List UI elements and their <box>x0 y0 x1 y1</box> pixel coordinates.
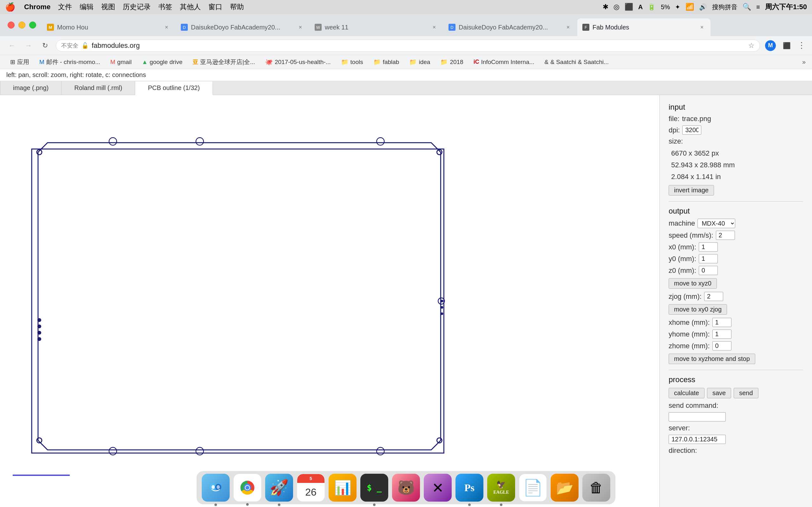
zhome-label: zhome (mm): <box>669 342 710 350</box>
fab-tab-roland[interactable]: Roland mill (.rml) <box>61 81 135 95</box>
bookmark-label-saatchi: & Saatchi & Saatchi... <box>550 59 609 66</box>
minimize-button[interactable] <box>18 21 26 29</box>
search-icon[interactable]: 🔍 <box>743 3 751 11</box>
bookmark-gmail[interactable]: M gmail <box>107 57 136 67</box>
dock-item-stacks[interactable]: 📂 <box>551 474 578 502</box>
save-button[interactable]: save <box>707 388 731 398</box>
battery-menu[interactable]: 🔋 <box>648 3 656 11</box>
x0-row: x0 (mm): <box>669 242 803 251</box>
tab-bar: M Momo Hou × D DaisukeDoyo FabAcademy20.… <box>0 14 812 36</box>
dock-item-calendar[interactable]: 5 26 <box>297 474 325 502</box>
back-button[interactable]: ← <box>6 40 18 51</box>
calculate-button[interactable]: calculate <box>669 388 705 398</box>
x0-input[interactable] <box>699 242 718 251</box>
forward-button[interactable]: → <box>23 40 34 51</box>
size-mm: 52.943 x 28.988 mm <box>671 160 803 170</box>
bookmark-amazon[interactable]: 亚 亚马逊全球开店|全... <box>189 57 259 67</box>
dock-item-finder[interactable] <box>202 474 230 502</box>
send-command-input[interactable] <box>669 412 726 421</box>
menubar-help[interactable]: 帮助 <box>230 2 244 12</box>
input-method[interactable]: 搜狗拼音 <box>712 3 738 11</box>
machine-select[interactable]: MDX-40 MDX-20 Othermill <box>698 219 735 228</box>
zhome-input[interactable] <box>712 341 731 350</box>
bluetooth-icon[interactable]: ✱ <box>603 3 608 11</box>
fab-tab-pcb[interactable]: PCB outline (1/32) <box>135 81 212 95</box>
send-button[interactable]: send <box>734 388 758 398</box>
address-input[interactable]: 不安全 🔓 fabmodules.org ☆ <box>56 40 760 52</box>
menubar-file[interactable]: 文件 <box>58 2 72 12</box>
xhome-input[interactable] <box>712 318 731 327</box>
reload-button[interactable]: ↻ <box>39 40 51 51</box>
tab-fab-modules[interactable]: F Fab Modules × <box>577 18 711 36</box>
dock-item-trash[interactable]: 🗑 <box>582 474 610 502</box>
bookmark-infocomm[interactable]: iC InfoComm Interna... <box>470 57 538 67</box>
canvas-area[interactable] <box>0 95 660 507</box>
dock-item-chrome[interactable] <box>234 474 261 502</box>
move-xyz0-button[interactable]: move to xyz0 <box>669 278 717 289</box>
bookmark-fablab[interactable]: 📁 fablab <box>369 57 403 67</box>
apple-menu[interactable]: 🍎 <box>5 2 15 12</box>
dock-item-rocket[interactable]: 🚀 <box>265 474 293 502</box>
invert-image-button[interactable]: invert image <box>669 185 714 195</box>
tab-daisuke-2[interactable]: D DaisukeDoyo FabAcademy20... × <box>444 18 577 36</box>
speed-input[interactable] <box>716 231 735 240</box>
chrome-menu-button[interactable]: ⋮ <box>798 41 806 50</box>
send-command-row: send command: <box>669 401 803 410</box>
bookmark-tools[interactable]: 📁 tools <box>337 57 367 67</box>
more-bookmarks-icon[interactable]: » <box>802 58 806 66</box>
tab-daisuke-1[interactable]: D DaisukeDoyo FabAcademy20... × <box>176 18 309 36</box>
bluetooth-icon2[interactable]: ✦ <box>675 3 680 11</box>
dock-item-file[interactable]: 📄 <box>519 474 547 502</box>
tab-close-2[interactable]: × <box>297 24 304 31</box>
move-xyzhome-button[interactable]: move to xyzhome and stop <box>669 354 755 364</box>
bookmark-star-icon[interactable]: ☆ <box>748 42 755 50</box>
maximize-button[interactable] <box>29 21 36 29</box>
server-input[interactable] <box>669 435 726 444</box>
tab-week11[interactable]: W week 11 × <box>310 18 443 36</box>
extensions-button[interactable]: ⬛ <box>781 40 792 51</box>
finder-icon <box>206 478 225 497</box>
svg-point-24 <box>212 485 215 489</box>
zjog-input[interactable] <box>704 292 723 301</box>
bookmark-github[interactable]: 🐙 2017-05-us-health-... <box>261 57 334 67</box>
close-button[interactable] <box>8 21 14 29</box>
dock-item-terminal[interactable]: $ _ <box>360 474 388 502</box>
wifi-icon[interactable]: 📶 <box>686 3 694 11</box>
bookmark-email[interactable]: M 邮件 - chris-momo... <box>36 57 104 67</box>
dock-item-bear[interactable]: 🐻 <box>392 474 420 502</box>
bookmark-2018[interactable]: 📁 2018 <box>437 57 467 67</box>
dpi-input[interactable] <box>682 125 701 135</box>
dock-item-eagle[interactable]: 🦅 EAGLE <box>487 474 515 502</box>
bookmark-idea[interactable]: 📁 idea <box>405 57 434 67</box>
menubar-window[interactable]: 窗口 <box>208 2 222 12</box>
bookmark-saatchi[interactable]: & & Saatchi & Saatchi... <box>541 57 612 67</box>
tab-close-3[interactable]: × <box>431 24 438 31</box>
dock-item-slides[interactable]: 📊 <box>328 474 357 502</box>
dock-item-photoshop[interactable]: Ps <box>455 474 484 502</box>
move-xy0zjog-button[interactable]: move to xy0 zjog <box>669 304 727 315</box>
tab-close-1[interactable]: × <box>163 24 170 31</box>
y0-input[interactable] <box>699 254 718 263</box>
menubar-people[interactable]: 其他人 <box>180 2 201 12</box>
bookmark-drive[interactable]: ▲ google drive <box>138 57 186 67</box>
al-icon[interactable]: A <box>638 3 643 11</box>
volume-icon[interactable]: 🔊 <box>699 3 707 11</box>
dock-item-xscope[interactable]: ✕ <box>424 474 452 502</box>
menubar-edit[interactable]: 编辑 <box>80 2 94 12</box>
tab-momo-hou[interactable]: M Momo Hou × <box>42 18 175 36</box>
menubar-bookmarks[interactable]: 书签 <box>158 2 172 12</box>
move-xyz0-row: move to xyz0 <box>669 278 803 289</box>
account-avatar[interactable]: M <box>765 40 776 51</box>
bookmark-apps[interactable]: ⊞ 应用 <box>6 57 33 67</box>
tab-close-4[interactable]: × <box>565 24 571 31</box>
menubar-view[interactable]: 视图 <box>101 2 115 12</box>
menu-icon-8[interactable]: ⬛ <box>624 3 633 11</box>
menubar-history[interactable]: 历史记录 <box>123 2 151 12</box>
tab-close-5[interactable]: × <box>699 24 705 31</box>
airdrop-icon[interactable]: ◎ <box>613 3 619 11</box>
menu-extra-icon[interactable]: ≡ <box>756 3 760 11</box>
menubar-chrome[interactable]: Chrome <box>24 3 50 11</box>
fab-tab-image[interactable]: image (.png) <box>0 81 61 95</box>
yhome-input[interactable] <box>712 330 731 339</box>
z0-input[interactable] <box>699 266 718 275</box>
